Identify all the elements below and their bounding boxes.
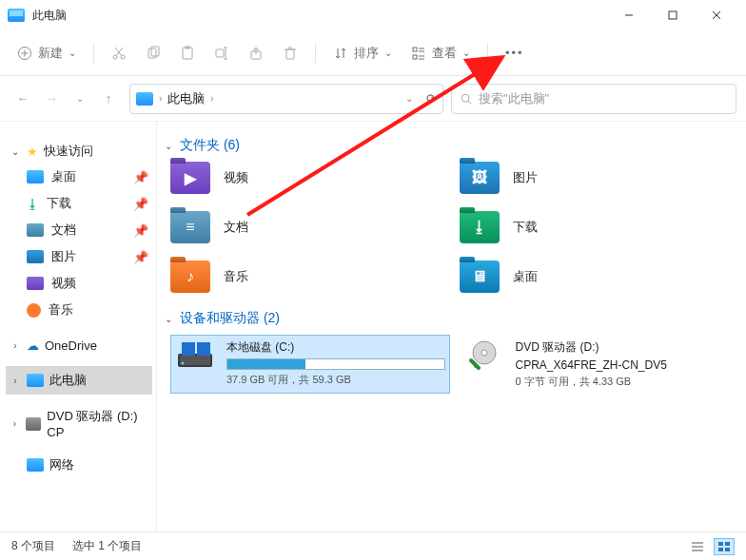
sidebar-this-pc-label: 此电脑 bbox=[49, 372, 87, 389]
folder-documents[interactable]: ≡ 文档 bbox=[170, 211, 450, 243]
svg-rect-24 bbox=[413, 55, 417, 59]
svg-point-29 bbox=[461, 94, 469, 102]
sidebar-dvd[interactable]: › DVD 驱动器 (D:) CP bbox=[6, 404, 152, 443]
tiles-view-button[interactable] bbox=[714, 538, 735, 555]
dropdown-chevron-icon[interactable]: ⌄ bbox=[405, 93, 413, 104]
recent-locations-button[interactable]: ⌄ bbox=[67, 86, 93, 112]
sidebar-item-music[interactable]: 音乐 bbox=[6, 297, 152, 323]
separator bbox=[487, 44, 488, 63]
desktop-icon bbox=[27, 170, 44, 183]
svg-point-35 bbox=[182, 362, 185, 365]
section-drives[interactable]: ⌄ 设备和驱动器 (2) bbox=[163, 310, 738, 327]
sidebar-item-desktop[interactable]: 桌面 📌 bbox=[6, 164, 152, 190]
address-bar[interactable]: › 此电脑 › ⌄ ⟳ bbox=[129, 84, 443, 114]
chevron-down-icon: ⌄ bbox=[384, 48, 392, 58]
svg-rect-33 bbox=[182, 342, 195, 356]
sort-button[interactable]: 排序 ⌄ bbox=[325, 39, 400, 68]
up-button[interactable]: ↑ bbox=[95, 86, 122, 112]
status-item-count: 8 个项目 bbox=[11, 538, 55, 554]
title-bar: 此电脑 bbox=[0, 0, 746, 30]
main-content: ⌄ 文件夹 (6) ▶ 视频 🖼 图片 ≡ 文档 ⭳ 下载 ♪ 音乐 bbox=[157, 122, 746, 531]
delete-button[interactable] bbox=[275, 40, 305, 67]
close-button[interactable] bbox=[695, 2, 738, 29]
sidebar-item-label: 音乐 bbox=[49, 301, 73, 319]
folder-downloads[interactable]: ⭳ 下载 bbox=[460, 211, 739, 243]
separator bbox=[93, 44, 94, 63]
share-button[interactable] bbox=[241, 40, 271, 67]
drive-d[interactable]: DVD 驱动器 (D:) CPRA_X64FRE_ZH-CN_DV5 0 字节 … bbox=[460, 335, 739, 394]
folder-pictures[interactable]: 🖼 图片 bbox=[460, 162, 739, 194]
section-drives-label: 设备和驱动器 (2) bbox=[180, 310, 280, 327]
search-box[interactable]: 搜索"此电脑" bbox=[451, 84, 736, 114]
svg-rect-42 bbox=[725, 542, 730, 546]
chevron-down-icon: ⌄ bbox=[462, 48, 470, 58]
folder-label: 音乐 bbox=[224, 268, 248, 285]
rename-button[interactable] bbox=[206, 40, 237, 67]
sidebar-network[interactable]: › 网络 bbox=[6, 453, 152, 477]
sidebar-quick-access[interactable]: ⌄ ★ 快速访问 bbox=[6, 139, 152, 164]
svg-rect-1 bbox=[669, 11, 677, 19]
view-button[interactable]: 查看 ⌄ bbox=[403, 39, 478, 68]
sidebar-item-downloads[interactable]: ⭳ 下载 📌 bbox=[6, 190, 152, 217]
grid-icon bbox=[717, 541, 731, 552]
folder-videos[interactable]: ▶ 视频 bbox=[170, 162, 450, 194]
svg-rect-13 bbox=[183, 48, 192, 59]
folder-desktop[interactable]: 🖥 桌面 bbox=[460, 261, 739, 293]
new-button[interactable]: 新建 ⌄ bbox=[10, 39, 84, 68]
svg-point-8 bbox=[121, 55, 125, 59]
music-folder-icon: ♪ bbox=[170, 261, 210, 293]
sidebar-item-pictures[interactable]: 图片 📌 bbox=[6, 243, 152, 270]
video-folder-icon: ▶ bbox=[170, 162, 210, 194]
cut-button[interactable] bbox=[104, 40, 134, 67]
drive-c[interactable]: 本地磁盘 (C:) 37.9 GB 可用，共 59.3 GB bbox=[170, 335, 450, 394]
download-folder-icon: ⭳ bbox=[460, 211, 500, 243]
svg-rect-23 bbox=[413, 48, 417, 51]
sidebar-item-label: 下载 bbox=[47, 195, 71, 212]
svg-line-10 bbox=[115, 48, 122, 56]
sidebar-item-documents[interactable]: 文档 📌 bbox=[6, 217, 152, 243]
section-folders-label: 文件夹 (6) bbox=[180, 137, 240, 154]
toolbar: 新建 ⌄ 排序 ⌄ 查看 ⌄ ••• bbox=[0, 30, 746, 76]
view-icon bbox=[411, 46, 426, 61]
music-icon bbox=[27, 303, 41, 318]
svg-rect-34 bbox=[197, 342, 210, 356]
chevron-right-icon: › bbox=[210, 93, 213, 104]
sidebar-item-label: 文档 bbox=[51, 222, 76, 239]
plus-icon bbox=[17, 46, 32, 61]
chevron-down-icon: ⌄ bbox=[163, 141, 174, 151]
drive-d-detail: 0 字节 可用，共 4.33 GB bbox=[516, 375, 735, 389]
ellipsis-icon: ••• bbox=[505, 46, 524, 60]
section-folders[interactable]: ⌄ 文件夹 (6) bbox=[163, 137, 738, 154]
share-icon bbox=[248, 46, 264, 61]
svg-point-37 bbox=[481, 350, 487, 356]
search-placeholder: 搜索"此电脑" bbox=[479, 90, 549, 107]
document-icon bbox=[27, 223, 44, 237]
sidebar-item-videos[interactable]: 视频 bbox=[6, 270, 152, 297]
desktop-folder-icon: 🖥 bbox=[460, 261, 500, 293]
copy-button[interactable] bbox=[138, 40, 168, 67]
minimize-button[interactable] bbox=[607, 2, 651, 29]
sidebar-this-pc[interactable]: › 此电脑 bbox=[6, 366, 152, 395]
search-icon bbox=[460, 92, 473, 106]
folder-music[interactable]: ♪ 音乐 bbox=[170, 261, 450, 293]
sidebar-onedrive[interactable]: › ☁ OneDrive bbox=[6, 335, 152, 357]
back-button[interactable]: ← bbox=[10, 86, 36, 112]
maximize-button[interactable] bbox=[651, 2, 695, 29]
refresh-button[interactable]: ⟳ bbox=[426, 91, 437, 106]
network-icon bbox=[27, 458, 44, 472]
drive-c-detail: 37.9 GB 可用，共 59.3 GB bbox=[226, 373, 445, 387]
details-view-button[interactable] bbox=[687, 538, 708, 555]
sidebar-item-label: 桌面 bbox=[51, 168, 76, 185]
chevron-down-icon: ⌄ bbox=[69, 48, 76, 58]
paste-button[interactable] bbox=[172, 40, 203, 67]
pin-icon: 📌 bbox=[133, 170, 148, 184]
forward-button[interactable]: → bbox=[38, 86, 65, 112]
folder-label: 文档 bbox=[224, 219, 248, 236]
rename-icon bbox=[214, 46, 229, 61]
dvd-icon bbox=[26, 417, 41, 431]
view-button-label: 查看 bbox=[432, 45, 457, 62]
svg-line-9 bbox=[117, 48, 124, 56]
sidebar-item-label: 视频 bbox=[51, 275, 76, 292]
trash-icon bbox=[283, 46, 298, 61]
more-button[interactable]: ••• bbox=[498, 40, 532, 66]
